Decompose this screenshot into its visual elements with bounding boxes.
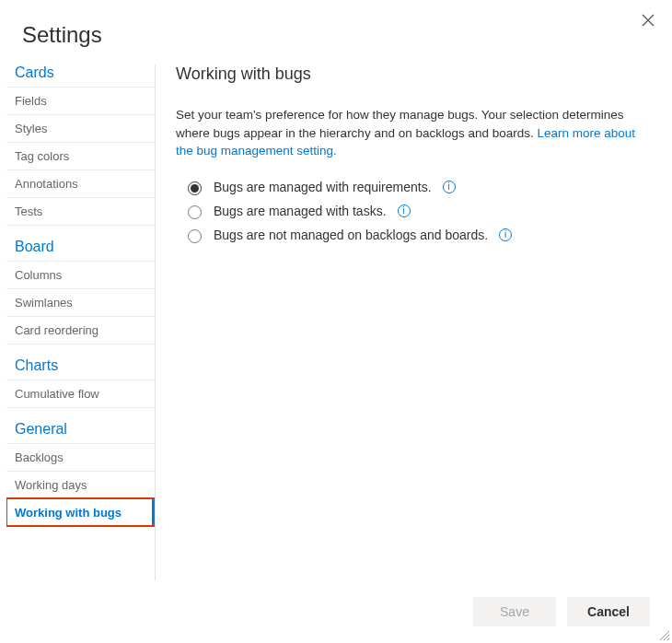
info-icon[interactable]: i bbox=[499, 228, 512, 241]
sidebar-header-general: General bbox=[6, 407, 155, 443]
sidebar-item-swimlanes[interactable]: Swimlanes bbox=[6, 288, 155, 316]
panel-title: Working with bugs bbox=[176, 64, 644, 84]
sidebar-header-cards: Cards bbox=[6, 64, 155, 87]
panel-description: Set your team's preference for how they … bbox=[176, 106, 644, 160]
sidebar-item-tag-colors[interactable]: Tag colors bbox=[6, 142, 155, 170]
sidebar-section-cards: Cards Fields Styles Tag colors Annotatio… bbox=[6, 64, 155, 225]
sidebar-item-annotations[interactable]: Annotations bbox=[6, 170, 155, 197]
cancel-button[interactable]: Cancel bbox=[567, 597, 650, 626]
sidebar-section-board: Board Columns Swimlanes Card reordering bbox=[6, 225, 155, 344]
settings-panel: Working with bugs Set your team's prefer… bbox=[156, 64, 672, 580]
close-button[interactable] bbox=[637, 9, 659, 31]
dialog-footer: Save Cancel bbox=[473, 597, 650, 626]
sidebar-section-charts: Charts Cumulative flow bbox=[6, 344, 155, 407]
dialog-title: Settings bbox=[0, 0, 672, 64]
sidebar-item-card-reordering[interactable]: Card reordering bbox=[6, 316, 155, 344]
radio-option-tasks[interactable]: Bugs are managed with tasks. i bbox=[183, 199, 644, 223]
radio-requirements-label: Bugs are managed with requirements. bbox=[214, 180, 432, 194]
settings-dialog: Settings Cards Fields Styles Tag colors … bbox=[0, 0, 672, 643]
sidebar-item-working-days[interactable]: Working days bbox=[6, 471, 155, 498]
info-icon[interactable]: i bbox=[398, 205, 411, 217]
radio-requirements-input[interactable] bbox=[188, 181, 202, 195]
sidebar-item-fields[interactable]: Fields bbox=[6, 87, 155, 114]
radio-option-requirements[interactable]: Bugs are managed with requirements. i bbox=[183, 175, 644, 199]
radio-not-managed-input[interactable] bbox=[188, 229, 202, 243]
resize-grip-icon[interactable] bbox=[657, 628, 670, 641]
sidebar-header-charts: Charts bbox=[6, 344, 155, 380]
sidebar-item-working-with-bugs[interactable]: Working with bugs bbox=[6, 498, 155, 526]
radio-tasks-input[interactable] bbox=[188, 205, 202, 219]
radio-tasks-label: Bugs are managed with tasks. bbox=[214, 204, 387, 218]
close-icon bbox=[642, 14, 655, 27]
settings-sidebar: Cards Fields Styles Tag colors Annotatio… bbox=[6, 64, 156, 580]
sidebar-header-board: Board bbox=[6, 225, 155, 261]
sidebar-item-columns[interactable]: Columns bbox=[6, 261, 155, 288]
bug-options-group: Bugs are managed with requirements. i Bu… bbox=[183, 175, 644, 247]
sidebar-item-backlogs[interactable]: Backlogs bbox=[6, 443, 155, 471]
sidebar-section-general: General Backlogs Working days Working wi… bbox=[6, 407, 155, 526]
info-icon[interactable]: i bbox=[443, 181, 456, 193]
save-button[interactable]: Save bbox=[473, 597, 556, 626]
sidebar-item-styles[interactable]: Styles bbox=[6, 114, 155, 142]
sidebar-item-cumulative-flow[interactable]: Cumulative flow bbox=[6, 380, 155, 407]
sidebar-item-tests[interactable]: Tests bbox=[6, 197, 155, 225]
radio-not-managed-label: Bugs are not managed on backlogs and boa… bbox=[214, 228, 488, 242]
radio-option-not-managed[interactable]: Bugs are not managed on backlogs and boa… bbox=[183, 223, 644, 247]
